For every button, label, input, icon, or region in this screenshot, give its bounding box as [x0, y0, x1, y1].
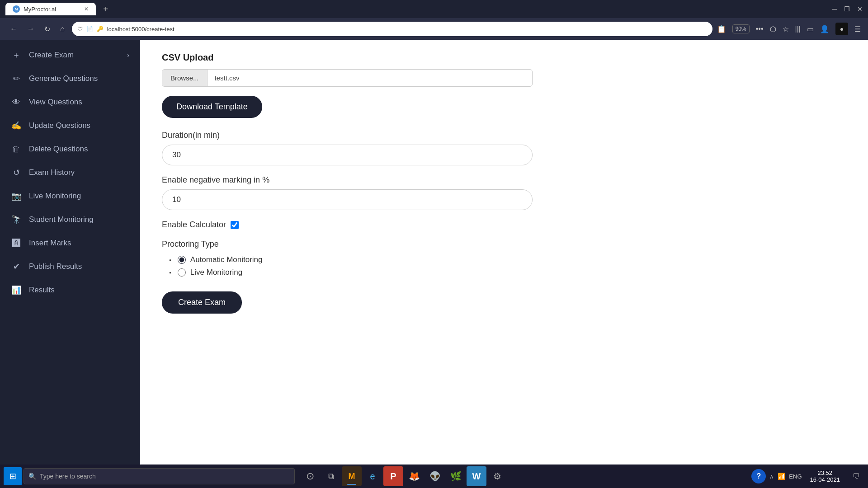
checkmark-icon: ✔ [11, 261, 22, 272]
browser-titlebar: M MyProctor.ai ✕ + ─ ❐ ✕ [0, 0, 868, 18]
radio-option-automatic[interactable]: ● Automatic Monitoring [162, 253, 846, 266]
shield-icon: 🛡 [77, 26, 83, 32]
sidebar-item-create-exam[interactable]: ＋ Create Exam › [0, 43, 140, 67]
main-content: CSV Upload Browse... testt.csv Download … [140, 40, 868, 465]
csv-upload-title: CSV Upload [162, 52, 846, 63]
sidebar: ＋ Create Exam › ✏ Generate Questions 👁 V… [0, 40, 140, 465]
profile-icon[interactable]: 👤 [820, 25, 829, 33]
radio-live-monitoring[interactable] [178, 268, 186, 277]
sidebar-item-student-monitoring[interactable]: 🔭 Student Monitoring [0, 208, 140, 231]
sidebar-item-live-monitoring[interactable]: 📷 Live Monitoring [0, 184, 140, 208]
duration-label: Duration(in min) [162, 131, 846, 140]
maximize-button[interactable]: ❐ [844, 5, 850, 13]
minimize-button[interactable]: ─ [832, 5, 837, 13]
taskbar-app-edge[interactable]: e [363, 466, 382, 486]
edit-icon: ✍ [11, 120, 22, 131]
avatar-icon[interactable]: ● [835, 23, 848, 35]
taskbar-tray: ? ∧ 📶 ENG [751, 469, 802, 483]
binoculars-icon: 🔭 [11, 214, 22, 225]
radio-automatic-label: Automatic Monitoring [190, 255, 263, 264]
calculator-label: Enable Calculator [162, 220, 226, 230]
taskbar-app-firefox[interactable]: 🦊 [404, 466, 424, 486]
radio-live-label: Live Monitoring [190, 268, 242, 277]
bookmarks-bar-icon[interactable]: ||| [795, 25, 801, 33]
new-tab-button[interactable]: + [99, 2, 112, 16]
sidebar-item-exam-history[interactable]: ↺ Exam History [0, 161, 140, 184]
duration-input[interactable] [162, 145, 533, 165]
sidebar-label-generate-questions: Generate Questions [29, 74, 98, 83]
sidebar-item-insert-marks[interactable]: 🅰 Insert Marks [0, 231, 140, 255]
taskbar-clock[interactable]: 23:52 16-04-2021 [807, 469, 844, 483]
radio-option-live[interactable]: ● Live Monitoring [162, 266, 846, 279]
zoom-badge[interactable]: 90% [732, 24, 750, 33]
sidebar-label-insert-marks: Insert Marks [29, 239, 71, 248]
page-icon: 📄 [86, 26, 93, 32]
sidebar-label-live-monitoring: Live Monitoring [29, 192, 81, 201]
negative-marking-input[interactable] [162, 189, 533, 210]
camera-icon: 📷 [11, 191, 22, 202]
sidebar-label-view-questions: View Questions [29, 98, 82, 107]
tab-favicon: M [13, 5, 20, 13]
back-button[interactable]: ← [7, 23, 20, 35]
sidebar-item-generate-questions[interactable]: ✏ Generate Questions [0, 67, 140, 90]
sidebar-label-update-questions: Update Questions [29, 121, 90, 130]
sidebar-item-update-questions[interactable]: ✍ Update Questions [0, 114, 140, 137]
browser-tab[interactable]: M MyProctor.ai ✕ [5, 3, 96, 15]
taskbar-app-cortana[interactable]: ⊙ [300, 466, 320, 486]
clock-time: 23:52 [810, 469, 840, 476]
caret-up-icon[interactable]: ∧ [769, 473, 774, 480]
bookmark-icon[interactable]: ☆ [783, 25, 789, 33]
chevron-right-icon: › [127, 52, 129, 59]
calculator-checkbox[interactable] [231, 221, 239, 229]
taskbar-app-powerpoint[interactable]: P [383, 466, 403, 486]
close-button[interactable]: ✕ [857, 5, 863, 13]
create-exam-button[interactable]: Create Exam [162, 291, 242, 314]
tab-close-button[interactable]: ✕ [84, 6, 89, 12]
taskbar-app-settings[interactable]: ⚙ [487, 466, 507, 486]
forward-button[interactable]: → [24, 23, 37, 35]
sidebar-item-results[interactable]: 📊 Results [0, 278, 140, 302]
negative-marking-label: Enable negative marking in % [162, 175, 846, 185]
chart-icon: 📊 [11, 285, 22, 296]
menu-icon[interactable]: ☰ [854, 25, 861, 33]
proctoring-label: Proctoring Type [162, 239, 846, 249]
sidebar-item-publish-results[interactable]: ✔ Publish Results [0, 255, 140, 278]
home-button[interactable]: ⌂ [57, 23, 67, 35]
taskbar-app-task-view[interactable]: ⧉ [321, 466, 341, 486]
url-text: localhost:5000/create-test [107, 26, 175, 33]
sidebar-label-create-exam: Create Exam [29, 51, 74, 60]
taskbar-app-word[interactable]: W [467, 466, 486, 486]
sidebar-item-view-questions[interactable]: 👁 View Questions [0, 90, 140, 114]
sidebar-label-student-monitoring: Student Monitoring [29, 215, 94, 224]
clock-date: 16-04-2021 [810, 476, 840, 483]
taskbar-app-mongo[interactable]: 🌿 [446, 466, 466, 486]
address-bar[interactable]: 🛡 📄 🔑 localhost:5000/create-test [72, 22, 712, 36]
sidebar-label-publish-results: Publish Results [29, 262, 82, 271]
taskbar-app-mysql[interactable]: M [342, 466, 362, 486]
taskbar-app-reddit[interactable]: 👽 [425, 466, 445, 486]
calculator-row: Enable Calculator [162, 220, 846, 230]
radio-automatic-monitoring[interactable] [178, 256, 186, 264]
browse-button[interactable]: Browse... [162, 70, 208, 86]
more-options-icon[interactable]: ••• [756, 25, 764, 33]
wifi-icon[interactable]: 📶 [778, 473, 785, 480]
taskbar-search-box[interactable]: 🔍 Type here to search [24, 468, 295, 484]
pocket-icon[interactable]: ⬡ [770, 25, 776, 33]
reader-view-icon[interactable]: 📋 [717, 25, 726, 33]
download-template-button[interactable]: Download Template [162, 96, 262, 118]
sidebar-item-delete-questions[interactable]: 🗑 Delete Questions [0, 137, 140, 161]
sidebar-label-delete-questions: Delete Questions [29, 145, 88, 154]
sidebar-label-exam-history: Exam History [29, 168, 75, 177]
start-button[interactable]: ⊞ [4, 467, 22, 485]
app-container: ＋ Create Exam › ✏ Generate Questions 👁 V… [0, 40, 868, 465]
csv-upload-row: Browse... testt.csv [162, 69, 533, 87]
history-icon: ↺ [11, 167, 22, 178]
search-icon: 🔍 [28, 473, 36, 480]
help-circle-icon[interactable]: ? [751, 469, 766, 483]
sidebar-toggle-icon[interactable]: ▭ [807, 25, 814, 33]
notification-button[interactable]: 🗨 [848, 468, 864, 484]
taskbar: ⊞ 🔍 Type here to search ⊙ ⧉ M e P 🦊 👽 🌿 … [0, 465, 868, 488]
reload-button[interactable]: ↻ [42, 23, 53, 35]
csv-filename: testt.csv [208, 70, 532, 86]
language-label[interactable]: ENG [789, 473, 802, 480]
